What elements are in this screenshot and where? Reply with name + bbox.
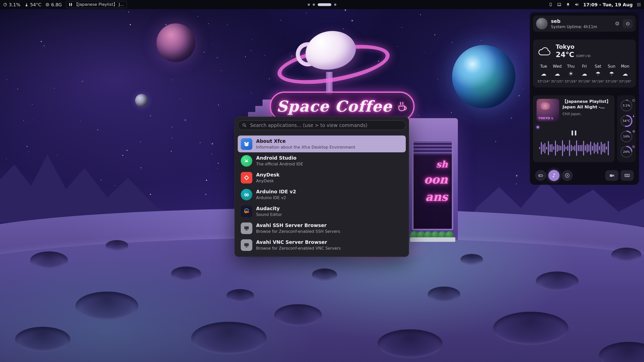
memory-gauge: ⚙ 14% xyxy=(620,130,632,143)
result-name: AnyDesk xyxy=(256,172,279,178)
planter-box xyxy=(410,237,455,242)
pause-button[interactable] xyxy=(537,130,611,135)
keyboard-icon xyxy=(624,172,630,178)
search-icon xyxy=(242,123,247,128)
settings-gear-icon[interactable]: ⚙ xyxy=(615,21,620,26)
track-progress-dot[interactable] xyxy=(537,126,539,128)
power-button[interactable] xyxy=(623,19,633,28)
username: seb xyxy=(551,18,597,24)
temperature-icon xyxy=(24,3,29,7)
display-icon[interactable] xyxy=(557,2,562,7)
power-icon xyxy=(625,21,630,26)
window-neon-line: oon xyxy=(414,171,452,188)
cpu-usage-value: 3.1% xyxy=(9,2,20,7)
forecast-day: Sat ☂ 36°/26° xyxy=(591,64,605,83)
memory-chip-icon xyxy=(45,3,50,7)
launcher-result-about-xfce[interactable]: About Xfce Information about the Xfce De… xyxy=(238,135,406,152)
system-gauges-rail: 3.1% 54°C ⚙ 14% 24% xyxy=(617,95,636,162)
weather-temperature: 24°C xyxy=(556,51,574,59)
pause-icon xyxy=(69,3,72,6)
volume-icon[interactable] xyxy=(574,2,579,7)
browser-button[interactable] xyxy=(562,170,573,181)
cloud-icon: ☁ xyxy=(537,71,550,77)
result-description: Sound Editor xyxy=(256,212,282,217)
sun-icon: ☀ xyxy=(564,71,577,77)
weather-card: Tokyo 24°C (GMT+9) Tue ☁ 33°/24° Wed ☁ 3… xyxy=(533,39,636,87)
screen-record-button[interactable] xyxy=(605,170,618,181)
clock[interactable]: 17:09 - Tue, 19 Aug xyxy=(583,2,633,7)
keyboard-button[interactable] xyxy=(621,170,634,181)
gear-icon: ⚙ xyxy=(632,130,635,133)
cloud-icon: ☁ xyxy=(578,71,591,77)
launcher-result-audacity[interactable]: Audacity Sound Editor xyxy=(238,203,406,220)
result-description: The official Android IDE xyxy=(256,162,303,166)
launcher-result-avahi-vnc[interactable]: Avahi VNC Server Browser Browse for Zero… xyxy=(238,237,406,253)
earth-planet xyxy=(452,45,515,108)
cpu-temp-stat[interactable]: 54°C xyxy=(24,2,41,7)
umbrella-icon: ☂ xyxy=(605,71,618,77)
app-grid-icon[interactable] xyxy=(637,3,641,7)
workspace-1[interactable] xyxy=(308,4,310,6)
launcher-result-android-studio[interactable]: Android Studio The official Android IDE xyxy=(238,152,406,169)
result-description: Arduino IDE v2 xyxy=(256,195,296,200)
notification-bell-icon[interactable] xyxy=(566,2,570,7)
now-playing-chip[interactable]: 【Japanese Playlist】 J... xyxy=(66,1,127,8)
result-name: Avahi VNC Server Browser xyxy=(256,239,341,245)
track-subtitle: Chill Japan. xyxy=(562,112,611,116)
result-name: Avahi SSH Server Browser xyxy=(256,222,340,228)
thermometer-icon xyxy=(632,114,635,117)
disk-icon xyxy=(632,145,635,148)
arduino-icon: ∞ xyxy=(241,189,252,200)
workspace-4[interactable] xyxy=(334,4,336,6)
video-camera-icon xyxy=(609,173,615,178)
result-description: Information about the Xfce Desktop Envir… xyxy=(256,145,355,150)
workspace-indicators xyxy=(308,0,336,9)
cpu-usage-stat[interactable]: 3.1% xyxy=(3,2,20,7)
top-panel: 3.1% 54°C 6.8G 【Japanese Playlist】 J... xyxy=(0,0,644,9)
cpu-temp-gauge: 54°C xyxy=(620,115,632,127)
workspace-2[interactable] xyxy=(313,4,315,6)
purple-planet xyxy=(156,23,195,62)
anydesk-icon xyxy=(241,172,252,184)
result-description: AnyDesk xyxy=(256,178,279,183)
result-name: Audacity xyxy=(256,206,282,211)
games-button[interactable] xyxy=(535,170,546,181)
forecast-day: Wed ☁ 35°/25° xyxy=(551,64,564,83)
launcher-search-input[interactable] xyxy=(250,122,402,128)
window-neon-line: sh xyxy=(414,157,452,171)
result-name: Android Studio xyxy=(256,155,303,161)
gamepad-icon xyxy=(538,173,543,178)
memory-stat[interactable]: 6.8G xyxy=(45,2,62,7)
cloud-weather-icon xyxy=(537,46,552,57)
android-studio-icon xyxy=(241,155,252,167)
launcher-search-box[interactable] xyxy=(238,120,406,130)
result-description: Browse for Zeroconf-enabled VNC Servers xyxy=(256,246,341,251)
launcher-result-anydesk[interactable]: AnyDesk AnyDesk xyxy=(238,169,406,186)
launcher-result-arduino-ide[interactable]: ∞ Arduino IDE v2 Arduino IDE v2 xyxy=(238,186,406,203)
result-name: Arduino IDE v2 xyxy=(256,189,296,195)
forecast-day: Fri ☁ 35°/26° xyxy=(578,64,591,83)
server-browser-icon xyxy=(241,239,252,251)
phone-sync-icon[interactable] xyxy=(549,2,553,7)
audacity-icon xyxy=(241,206,252,217)
now-playing-label: 【Japanese Playlist】 J... xyxy=(74,2,124,7)
workspace-3-active[interactable] xyxy=(318,3,331,6)
system-stats: 3.1% 54°C 6.8G 【Japanese Playlist】 J... xyxy=(3,1,127,8)
xfce-app-icon xyxy=(241,138,252,150)
user-avatar xyxy=(536,18,548,29)
small-moon xyxy=(135,94,148,107)
shop-window: sh oon ans xyxy=(412,140,453,230)
launcher-result-avahi-ssh[interactable]: Avahi SSH Server Browser Browse for Zero… xyxy=(238,220,406,237)
music-player-card: TOKYO L 【Japanese Playlist】 Japan All Ni… xyxy=(533,95,615,162)
neon-sign-text: Space Coffee xyxy=(276,98,392,115)
cpu-gauge-icon xyxy=(3,3,7,7)
forecast-day: Sun ☂ 33°/26° xyxy=(605,64,618,83)
desktop-screen: Space Coffee sh oon ans 3.1% xyxy=(0,0,644,362)
music-mode-button[interactable]: ♪ xyxy=(548,170,559,181)
umbrella-icon: ☂ xyxy=(591,71,605,77)
cpu-icon xyxy=(632,99,635,102)
album-art: TOKYO L xyxy=(537,99,559,121)
forecast-day: Thu ☀ 33°/26° xyxy=(564,64,577,83)
track-title: 【Japanese Playlist】 Japan All Night - To… xyxy=(562,99,611,110)
result-name: About Xfce xyxy=(256,138,355,144)
